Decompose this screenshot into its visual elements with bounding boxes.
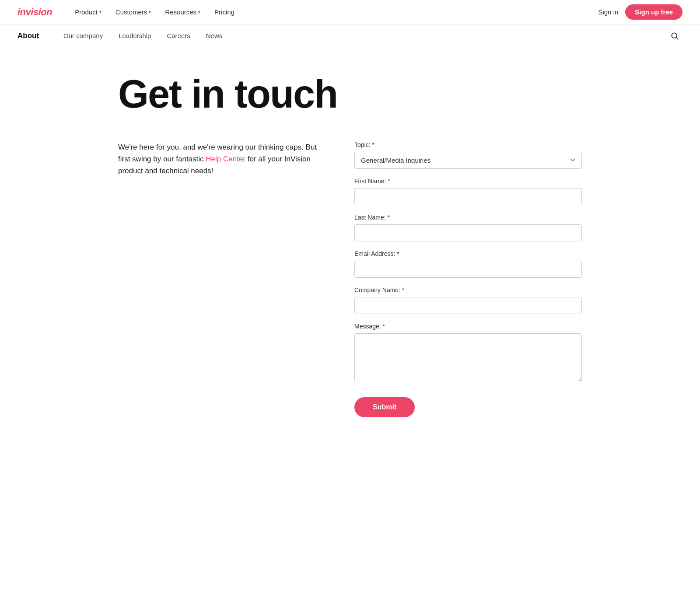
section-label: About <box>18 31 39 40</box>
main-content: Get in touch We're here for you, and we'… <box>101 47 599 443</box>
email-label: Email Address: * <box>354 250 582 257</box>
top-nav-right: Sign in Sign up free <box>598 4 682 20</box>
secondary-nav-item-our-company[interactable]: Our company <box>56 28 110 43</box>
company-group: Company Name: * <box>354 286 582 314</box>
chevron-down-icon: ▾ <box>198 10 200 14</box>
nav-item-customers[interactable]: Customers ▾ <box>110 5 157 19</box>
form: Topic: * General/Media Inquiries Sales I… <box>354 141 582 417</box>
last-name-group: Last Name: * <box>354 214 582 241</box>
secondary-nav-item-leadership[interactable]: Leadership <box>112 28 158 43</box>
secondary-nav-links: Our company Leadership Careers News <box>56 28 667 43</box>
secondary-nav-item-careers[interactable]: Careers <box>160 28 197 43</box>
company-label: Company Name: * <box>354 286 582 293</box>
topic-select[interactable]: General/Media Inquiries Sales Inquiry Pa… <box>354 152 582 169</box>
help-center-link[interactable]: Help Center <box>206 155 245 163</box>
contact-form: Topic: * General/Media Inquiries Sales I… <box>354 141 582 417</box>
svg-line-1 <box>676 37 679 39</box>
last-name-label: Last Name: * <box>354 214 582 221</box>
intro-text: We're here for you, and we're wearing ou… <box>118 141 319 177</box>
logo-text: invision <box>18 7 52 18</box>
top-nav-links: Product ▾ Customers ▾ Resources ▾ Pricin… <box>70 5 598 19</box>
first-name-group: First Name: * <box>354 178 582 205</box>
logo[interactable]: invision <box>18 7 52 18</box>
top-navigation: invision Product ▾ Customers ▾ Resources… <box>0 0 700 24</box>
nav-item-resources-label: Resources <box>165 8 196 16</box>
secondary-nav-item-news[interactable]: News <box>199 28 230 43</box>
nav-item-resources[interactable]: Resources ▾ <box>160 5 206 19</box>
message-group: Message: * <box>354 323 582 384</box>
svg-point-0 <box>672 33 677 38</box>
chevron-down-icon: ▾ <box>99 10 102 14</box>
topic-label: Topic: * <box>354 141 582 148</box>
sign-up-button[interactable]: Sign up free <box>625 4 682 20</box>
last-name-input[interactable] <box>354 224 582 241</box>
content-row: We're here for you, and we're wearing ou… <box>118 141 582 417</box>
chevron-down-icon: ▾ <box>149 10 151 14</box>
company-input[interactable] <box>354 297 582 314</box>
message-label: Message: * <box>354 323 582 330</box>
search-button[interactable] <box>667 28 682 44</box>
nav-item-customers-label: Customers <box>116 8 147 16</box>
secondary-navigation: About Our company Leadership Careers New… <box>0 24 700 47</box>
first-name-input[interactable] <box>354 188 582 205</box>
nav-item-pricing[interactable]: Pricing <box>209 5 240 19</box>
sign-in-link[interactable]: Sign in <box>598 8 618 16</box>
email-group: Email Address: * <box>354 250 582 278</box>
nav-item-product-label: Product <box>75 8 98 16</box>
page-title: Get in touch <box>118 73 582 115</box>
submit-button[interactable]: Submit <box>354 397 415 417</box>
first-name-label: First Name: * <box>354 178 582 185</box>
topic-group: Topic: * General/Media Inquiries Sales I… <box>354 141 582 169</box>
search-icon <box>670 31 679 40</box>
left-column: We're here for you, and we're wearing ou… <box>118 141 319 177</box>
nav-item-product[interactable]: Product ▾ <box>70 5 107 19</box>
email-input[interactable] <box>354 261 582 278</box>
message-textarea[interactable] <box>354 333 582 382</box>
nav-item-pricing-label: Pricing <box>214 8 234 16</box>
